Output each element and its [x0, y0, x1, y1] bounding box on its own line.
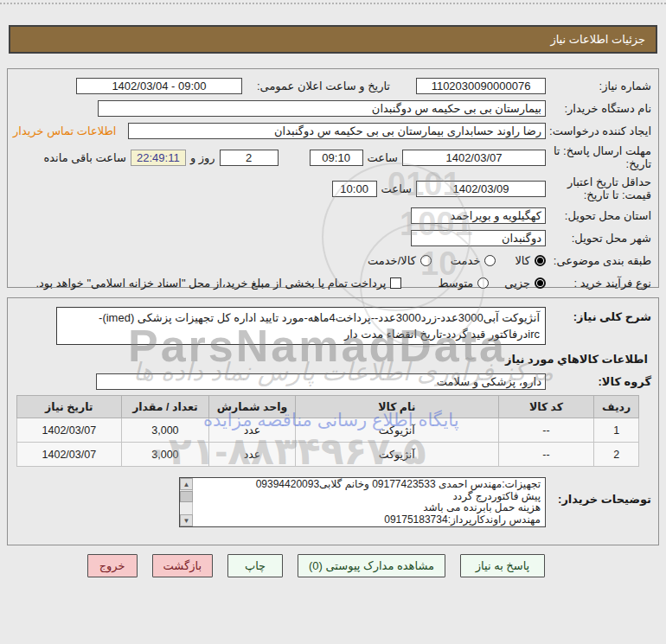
reply-deadline-time-input[interactable]: 09:10 [310, 150, 363, 166]
announce-datetime-input[interactable]: 1402/03/04 - 09:00 [76, 78, 242, 94]
header-item-code: کد کالا [498, 396, 594, 418]
cell-row-no: 1 [594, 418, 639, 443]
buyer-notes-line: هزینه حمل بابرنده می باشد [197, 502, 541, 514]
treasury-checkbox-label: پرداخت تمام یا بخشی از مبلغ خرید،از محل … [35, 277, 386, 290]
cell-qty: 3,000 [121, 418, 209, 443]
radio-goods-icon[interactable] [535, 255, 546, 266]
cell-name: آنژیوکت [295, 443, 498, 467]
province-input[interactable]: کهگیلویه و بویراحمد [411, 207, 546, 224]
remaining-days-input[interactable]: 2 [220, 150, 279, 166]
items-table: ردیف کد کالا نام کالا واحد شمارش تعداد /… [16, 395, 639, 467]
buyer-notes-row: توضیحات خریدار: تجهیزات:مهندس احمدی 0917… [13, 477, 651, 527]
category-row: طبقه بندی موضوعی: کالا خدمت کالا/خدمت [13, 252, 651, 269]
cell-unit: عدد [209, 418, 296, 443]
city-label: شهر محل تحویل: [546, 232, 651, 245]
cell-date: 1402/03/07 [17, 418, 122, 443]
process-option-medium[interactable]: متوسط [438, 277, 489, 290]
treasury-checkbox-icon[interactable] [390, 277, 401, 289]
exit-button[interactable]: خروج [87, 554, 138, 577]
radio-minor-icon[interactable] [535, 277, 546, 289]
goods-group-input[interactable]: دارو، پزشکی و سلامت [96, 373, 546, 390]
cell-code: -- [498, 443, 594, 467]
header-item-name: نام کالا [295, 396, 498, 418]
reply-to-need-button[interactable]: پاسخ به نیاز [460, 554, 545, 577]
remaining-time-label: ساعت باقی مانده [43, 151, 125, 164]
need-description-row: شرح کلی نیاز: آنژیوکت آبی3000عدد-زرد3000… [13, 307, 651, 345]
scroll-down-icon[interactable]: ▼ [180, 514, 193, 526]
radio-medium-label: متوسط [438, 277, 473, 290]
buyer-notes-line: مهندس راوندکارپرداز:09175183734 [197, 514, 541, 526]
reply-deadline-hour-label: ساعت [368, 151, 398, 164]
radio-goods-service-label: کالا/خدمت [368, 254, 416, 267]
top-dotted-divider [0, 3, 666, 4]
table-row: 1 -- آنژیوکت عدد 3,000 1402/03/07 [17, 418, 639, 443]
remaining-days-label: روز و [190, 151, 215, 164]
remaining-time-countdown: 22:49:11 [131, 150, 186, 166]
price-validity-date-input[interactable]: 1402/03/09 [416, 181, 546, 197]
cell-code: -- [498, 418, 594, 443]
buyer-org-row: نام دستگاه خریدار: بیمارستان بی بی حکیمه… [13, 99, 651, 117]
need-description-line2: ircدرفاکتور قید گردد-تاریخ انقضاء مدت دا… [62, 326, 540, 342]
view-attachments-button[interactable]: مشاهده مدارک پیوستی (0) [298, 554, 445, 577]
price-validity-hour-label: ساعت [381, 182, 412, 195]
buyer-notes-content: تجهیزات:مهندس احمدی 09177423533 وخانم گل… [180, 478, 545, 526]
radio-goods-label: کالا [515, 254, 530, 267]
announce-datetime-label: تاریخ و ساعت اعلان عمومی: [257, 80, 390, 92]
notes-scrollbar[interactable]: ▲ ▼ [180, 478, 193, 526]
radio-goods-service-icon[interactable] [420, 255, 432, 266]
city-row: شهر محل تحویل: دوگنبدان [13, 229, 651, 246]
buyer-contact-link[interactable]: اطلاعات تماس خریدار [13, 124, 116, 137]
treasury-payment-option[interactable]: پرداخت تمام یا بخشی از مبلغ خرید،از محل … [35, 277, 401, 290]
category-option-goods-service[interactable]: کالا/خدمت [368, 254, 432, 267]
need-number-input[interactable]: 1102030090000076 [416, 78, 546, 94]
creator-row: ایجاد کننده درخواست: رضا راوند حسابداری … [13, 122, 651, 139]
buyer-notes-textarea[interactable]: تجهیزات:مهندس احمدی 09177423533 وخانم گل… [179, 477, 546, 527]
cell-date: 1402/03/07 [17, 443, 122, 467]
back-button[interactable]: بازگشت [152, 554, 213, 577]
reply-deadline-row: مهلت ارسال پاسخ: تا تاریخ: 1402/03/07 سا… [13, 144, 651, 170]
province-row: استان محل تحویل: کهگیلویه و بویراحمد [13, 207, 651, 224]
cell-row-no: 2 [594, 443, 639, 467]
header-row-no: ردیف [594, 396, 639, 418]
price-validity-row: حداقل تاریخ اعتبار قیمت: تا تاریخ: 1402/… [13, 175, 651, 201]
radio-service-icon[interactable] [484, 255, 496, 266]
radio-minor-label: جزیی [504, 277, 530, 290]
scrollbar-thumb[interactable] [180, 491, 193, 502]
need-description-box[interactable]: آنژیوکت آبی3000عدد-زرد3000عدد--پرداخت4ما… [56, 307, 546, 345]
creator-input[interactable]: رضا راوند حسابداری بیمارستان بی بی حکیمه… [128, 123, 546, 139]
creator-label: ایجاد کننده درخواست: [546, 124, 651, 137]
price-validity-label: حداقل تاریخ اعتبار قیمت: تا تاریخ: [546, 175, 651, 201]
province-label: استان محل تحویل: [546, 209, 651, 222]
need-number-label: شماره نیاز: [546, 80, 651, 92]
page-title: جزئیات اطلاعات نیاز [550, 33, 645, 46]
category-option-goods[interactable]: کالا [515, 254, 546, 267]
buyer-notes-label: توضیحات خریدار: [546, 477, 651, 506]
need-number-row: شماره نیاز: 1102030090000076 تاریخ و ساع… [13, 77, 651, 94]
process-option-minor[interactable]: جزیی [504, 277, 546, 290]
buyer-org-label: نام دستگاه خریدار: [546, 102, 651, 115]
buyer-notes-line: تجهیزات:مهندس احمدی 09177423533 وخانم گل… [197, 479, 541, 491]
cell-qty: 3,000 [121, 443, 209, 467]
reply-deadline-date-input[interactable]: 1402/03/07 [402, 150, 546, 166]
header-quantity: تعداد / مقدار [121, 396, 209, 418]
reply-deadline-label: مهلت ارسال پاسخ: تا تاریخ: [546, 144, 651, 170]
header-need-date: تاریخ نیاز [17, 396, 122, 418]
need-description-line1: آنژیوکت آبی3000عدد-زرد3000عدد--پرداخت4ما… [62, 309, 540, 326]
goods-group-label: گروه کالا: [546, 375, 651, 388]
items-section-header: اطلاعات کالاهاي مورد نیاز [13, 353, 648, 366]
table-row: 2 -- آنژیوکت عدد 3,000 1402/03/07 [17, 443, 639, 467]
city-input[interactable]: دوگنبدان [411, 230, 546, 246]
category-option-service[interactable]: خدمت [451, 254, 496, 267]
action-buttons-row: پاسخ به نیاز مشاهده مدارک پیوستی (0) چاپ… [0, 554, 666, 577]
radio-medium-icon[interactable] [477, 277, 489, 289]
general-info-panel: شماره نیاز: 1102030090000076 تاریخ و ساع… [7, 68, 659, 288]
scroll-up-icon[interactable]: ▲ [180, 478, 193, 490]
price-validity-time-input[interactable]: 10:00 [332, 181, 377, 197]
print-button[interactable]: چاپ [227, 554, 283, 577]
header-unit: واحد شمارش [209, 396, 296, 418]
process-type-row: نوع فرآیند خرید : جزیی متوسط پرداخت تمام… [13, 274, 651, 291]
need-details-page: جزئیات اطلاعات نیاز شماره نیاز: 11020300… [0, 0, 666, 644]
buyer-org-input[interactable]: بیمارستان بی بی حکیمه س دوگنبدان [98, 100, 546, 117]
process-type-label: نوع فرآیند خرید : [546, 277, 651, 290]
cell-unit: عدد [209, 443, 296, 467]
